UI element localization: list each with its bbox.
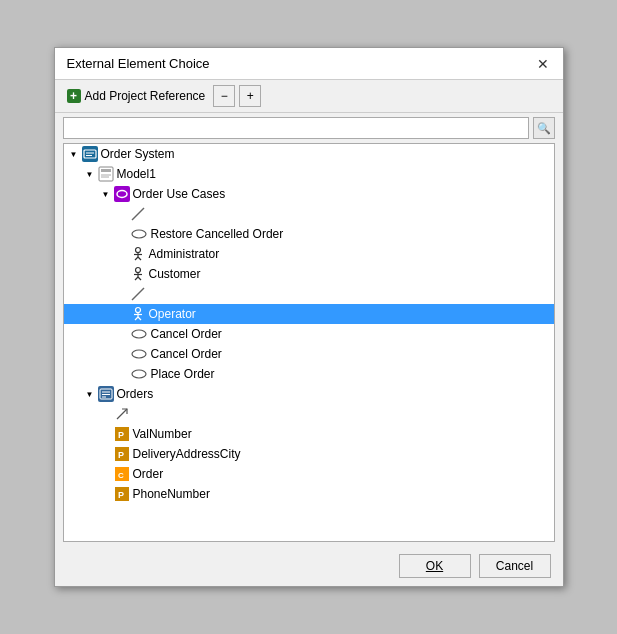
svg-point-12 — [135, 248, 140, 253]
tree-toggle[interactable]: ▼ — [84, 388, 96, 400]
add-ref-label: Add Project Reference — [85, 89, 206, 103]
external-element-choice-dialog: External Element Choice ✕ + Add Project … — [54, 47, 564, 587]
tree-label: Operator — [149, 307, 196, 321]
expand-button[interactable]: + — [239, 85, 261, 107]
svg-line-20 — [135, 277, 138, 280]
tree-icon-model — [98, 166, 114, 182]
search-bar: 🔍 — [55, 113, 563, 143]
tree-icon-prop: P — [114, 486, 130, 502]
ok-button[interactable]: OK — [399, 554, 471, 578]
add-project-reference-button[interactable]: + Add Project Reference — [63, 87, 210, 105]
svg-line-16 — [138, 257, 141, 260]
tree-item-delivery-city[interactable]: PDeliveryAddressCity — [64, 444, 554, 464]
tree-icon-prop: P — [114, 426, 130, 442]
tree-icon-actor — [130, 306, 146, 322]
tree-label: Model1 — [117, 167, 156, 181]
tree-item-order-use-cases[interactable]: ▼Order Use Cases — [64, 184, 554, 204]
tree-item-customer[interactable]: Customer — [64, 264, 554, 284]
tree-item-restore-cancelled[interactable]: Restore Cancelled Order — [64, 224, 554, 244]
tree-item-operator[interactable]: Operator — [64, 304, 554, 324]
svg-line-15 — [135, 257, 138, 260]
tree-item-cancel-order-2[interactable]: Cancel Order — [64, 344, 554, 364]
svg-point-29 — [132, 350, 146, 358]
tree-toggle — [100, 488, 112, 500]
tree-toggle — [116, 328, 128, 340]
tree-toggle — [116, 288, 128, 300]
svg-point-17 — [135, 268, 140, 273]
search-button[interactable]: 🔍 — [533, 117, 555, 139]
tree-item-administrator[interactable]: Administrator — [64, 244, 554, 264]
tree-label: DeliveryAddressCity — [133, 447, 241, 461]
tree-item-val-number[interactable]: PValNumber — [64, 424, 554, 444]
tree-icon-actor — [130, 266, 146, 282]
tree-icon-use-cases — [114, 186, 130, 202]
close-button[interactable]: ✕ — [535, 57, 551, 71]
tree-item-model1[interactable]: ▼Model1 — [64, 164, 554, 184]
tree-item-orders[interactable]: ▼Orders — [64, 384, 554, 404]
tree-item-sep1[interactable] — [64, 204, 554, 224]
tree-toggle[interactable]: ▼ — [68, 148, 80, 160]
tree-label: Order System — [101, 147, 175, 161]
tree-toggle — [100, 468, 112, 480]
tree-item-arrow-item[interactable] — [64, 404, 554, 424]
footer: OK Cancel — [55, 546, 563, 586]
svg-point-11 — [132, 230, 146, 238]
tree-item-place-order[interactable]: Place Order — [64, 364, 554, 384]
search-input[interactable] — [63, 117, 529, 139]
tree-toggle — [100, 408, 112, 420]
tree-label: Administrator — [149, 247, 220, 261]
tree-item-order-class[interactable]: COrder — [64, 464, 554, 484]
toolbar: + Add Project Reference − + — [55, 80, 563, 113]
tree-icon-diag — [130, 286, 146, 302]
tree-item-sep2[interactable] — [64, 284, 554, 304]
tree-toggle — [116, 308, 128, 320]
dialog-title: External Element Choice — [67, 56, 210, 71]
tree-toggle — [116, 248, 128, 260]
tree-toggle — [100, 448, 112, 460]
tree-label: Cancel Order — [151, 347, 222, 361]
svg-text:C: C — [118, 471, 124, 480]
cancel-button[interactable]: Cancel — [479, 554, 551, 578]
svg-text:P: P — [118, 490, 124, 500]
tree-icon-usecase — [130, 366, 148, 382]
add-plus-icon: + — [67, 89, 81, 103]
tree-item-cancel-order-1[interactable]: Cancel Order — [64, 324, 554, 344]
svg-line-21 — [138, 277, 141, 280]
tree-container[interactable]: ▼Order System▼Model1▼Order Use CasesRest… — [63, 143, 555, 542]
svg-text:P: P — [118, 430, 124, 440]
tree-icon-prop: P — [114, 446, 130, 462]
svg-point-28 — [132, 330, 146, 338]
svg-rect-5 — [101, 169, 111, 172]
tree-toggle — [116, 348, 128, 360]
search-icon: 🔍 — [537, 122, 551, 135]
collapse-button[interactable]: − — [213, 85, 235, 107]
tree-toggle[interactable]: ▼ — [100, 188, 112, 200]
tree-item-order-system[interactable]: ▼Order System — [64, 144, 554, 164]
svg-line-36 — [117, 409, 127, 419]
tree-toggle — [116, 228, 128, 240]
tree-icon-usecase — [130, 346, 148, 362]
tree-label: Orders — [117, 387, 154, 401]
tree-toggle — [100, 428, 112, 440]
tree-icon-usecase — [130, 226, 148, 242]
tree-label: Order Use Cases — [133, 187, 226, 201]
tree-label: ValNumber — [133, 427, 192, 441]
tree-label: Restore Cancelled Order — [151, 227, 284, 241]
tree-icon-usecase — [130, 326, 148, 342]
svg-line-22 — [132, 288, 144, 300]
tree-toggle[interactable]: ▼ — [84, 168, 96, 180]
tree-icon-arrow — [114, 406, 130, 422]
svg-line-27 — [138, 317, 141, 320]
tree-label: Place Order — [151, 367, 215, 381]
tree-icon-order-system — [82, 146, 98, 162]
svg-point-23 — [135, 308, 140, 313]
tree-toggle — [116, 208, 128, 220]
tree-icon-diag — [130, 206, 146, 222]
tree-toggle — [116, 368, 128, 380]
tree-label: Cancel Order — [151, 327, 222, 341]
title-bar: External Element Choice ✕ — [55, 48, 563, 80]
tree-label: Customer — [149, 267, 201, 281]
svg-line-26 — [135, 317, 138, 320]
tree-label: PhoneNumber — [133, 487, 210, 501]
tree-item-phone-number[interactable]: PPhoneNumber — [64, 484, 554, 504]
